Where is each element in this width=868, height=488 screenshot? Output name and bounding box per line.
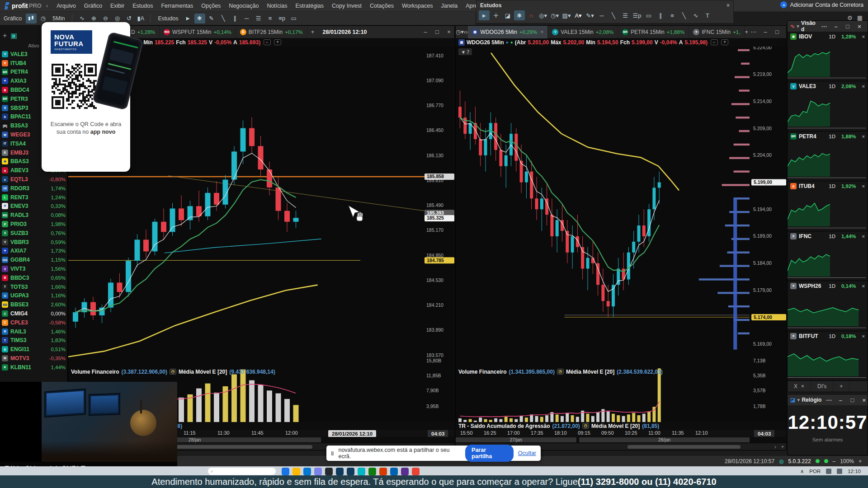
candle-a-icon[interactable]: ▮A xyxy=(135,14,146,23)
overview-item[interactable]: ✦WSPH261D0,14%× xyxy=(788,281,868,331)
chart-tab[interactable]: ✦IFNC 15Min+1, xyxy=(689,26,745,38)
watchlist-row[interactable]: RRAIL31,46% xyxy=(0,327,67,336)
more-icon[interactable]: ⋯ xyxy=(748,27,759,37)
target-icon[interactable]: ◎▾ xyxy=(538,10,548,20)
chart-tab[interactable]: ▤WDOG26 5Min+0,29%× xyxy=(468,26,548,38)
minimize-icon[interactable]: – xyxy=(760,27,771,37)
brush-icon[interactable]: ✎▾ xyxy=(585,10,595,20)
add-icon[interactable]: + xyxy=(274,39,281,45)
close-icon[interactable]: × xyxy=(862,34,865,39)
gear-icon[interactable]: ⚙ xyxy=(847,14,853,21)
collapse-menu-icon[interactable]: ‹ xyxy=(46,2,48,9)
overview-item[interactable]: VVALE31D2,08%× xyxy=(788,81,868,131)
app-icon[interactable] xyxy=(303,468,311,475)
overview-item[interactable]: BRPETR41D1,88%× xyxy=(788,131,868,181)
watchlist-row[interactable]: CCPLE3-0,58% xyxy=(0,318,67,327)
rect-icon[interactable]: ▭ xyxy=(643,10,654,20)
tray-icon[interactable] xyxy=(837,469,842,474)
hlines-icon[interactable]: ☰ xyxy=(253,14,264,23)
line-icon[interactable]: ╲ xyxy=(608,10,619,20)
text-t-icon[interactable]: T xyxy=(702,10,713,20)
close-icon[interactable]: × xyxy=(726,2,730,9)
fib-icon[interactable]: ≡ xyxy=(667,10,678,20)
menu-item-estratégias[interactable]: Estratégias xyxy=(292,0,328,12)
app-icon[interactable] xyxy=(379,468,387,475)
watchlist-row[interactable]: GGGGBR41,15% xyxy=(0,255,67,264)
menu-item-negociação[interactable]: Negociação xyxy=(225,0,263,12)
timeframe-label[interactable]: 1D xyxy=(829,34,835,39)
watchlist-row[interactable]: RDRADL30,08% xyxy=(0,211,67,220)
menu-item-copy-invest[interactable]: Copy Invest xyxy=(328,0,366,12)
language-indicator[interactable]: POR xyxy=(809,469,821,474)
close-icon[interactable]: × xyxy=(859,395,868,405)
cursor-icon[interactable]: ► xyxy=(479,10,490,20)
zoom-out-button[interactable]: – xyxy=(833,458,836,465)
line-icon[interactable]: ╲ xyxy=(218,14,229,23)
timeframe-label[interactable]: 1D xyxy=(829,134,835,139)
close-icon[interactable]: × xyxy=(862,134,865,139)
hlines-icon[interactable]: ☰ xyxy=(620,10,631,20)
pencil-icon[interactable]: ✎ xyxy=(206,14,217,23)
menu-item-estudos[interactable]: Estudos xyxy=(128,0,157,12)
clock-icon[interactable]: ◷ xyxy=(456,27,461,37)
watchlist-row[interactable]: BBBBSE32,60% xyxy=(0,300,67,309)
app-icon[interactable] xyxy=(282,468,289,475)
app-icon[interactable] xyxy=(401,468,409,475)
maximize-icon[interactable]: □ xyxy=(842,21,853,31)
add-broker-button[interactable]: + Adicionar Conta de Corretora xyxy=(780,1,863,8)
overview-item[interactable]: ◉IBOV1D1,28%× xyxy=(788,32,868,81)
watchlist-row[interactable]: TTIMS31,83% xyxy=(0,336,67,345)
close-icon[interactable]: × xyxy=(862,283,865,289)
menu-item-exibir[interactable]: Exibir xyxy=(106,0,128,12)
app-icon[interactable] xyxy=(390,468,398,475)
indicator-type-icon[interactable]: ◷ xyxy=(557,369,564,375)
expand-icon[interactable]: ⌐ xyxy=(711,39,718,45)
chart-canvas[interactable]: ▼ 75.224,005.219,005.214,005.209,005.204… xyxy=(456,47,787,422)
menu-item-gráfico[interactable]: Gráfico xyxy=(80,0,106,12)
menu-item-notícias[interactable]: Notícias xyxy=(263,0,291,12)
eraser-icon[interactable]: ◪ xyxy=(502,10,513,20)
watchlist-row[interactable]: SSUZB30,76% xyxy=(0,229,67,238)
app-icon[interactable] xyxy=(358,468,365,475)
hand-icon[interactable]: ✱ xyxy=(194,14,205,23)
edit-box-icon[interactable]: ▨▾ xyxy=(561,10,572,20)
add-asset-icon[interactable]: + xyxy=(3,32,7,40)
timeframe-label[interactable]: 1D xyxy=(829,183,835,189)
hlines2-icon[interactable]: ≡ xyxy=(265,14,276,23)
zoom-in-button[interactable]: + xyxy=(859,458,862,465)
app-icon[interactable] xyxy=(412,468,420,475)
close-icon[interactable]: × xyxy=(862,84,865,89)
close-icon[interactable]: × xyxy=(862,234,865,239)
trend-icon[interactable]: ╲ xyxy=(679,10,689,20)
app-icon[interactable] xyxy=(292,468,300,475)
add-icon[interactable]: + xyxy=(779,444,786,450)
maximize-icon[interactable]: □ xyxy=(847,395,858,405)
clock-tool-icon[interactable]: ◷▾ xyxy=(549,10,560,20)
watchlist-row[interactable]: BBBDC30,65% xyxy=(0,273,67,282)
watchlist-row[interactable]: rdRDOR31,74% xyxy=(0,184,67,193)
add-tab-icon[interactable]: + xyxy=(307,27,318,37)
candlestick-chart-icon[interactable] xyxy=(26,14,37,23)
taskbar-search[interactable]: ⌕ xyxy=(208,468,276,475)
watchlist-row[interactable]: MMOTV3-0,35% xyxy=(0,354,67,363)
text-a-icon[interactable]: A▾ xyxy=(573,10,584,20)
watchlist-row[interactable]: UUGPA31,16% xyxy=(0,291,67,300)
watchlist-row[interactable]: CCMIG40,00% xyxy=(0,309,67,318)
layout-grid-icon[interactable]: ▦ xyxy=(857,14,863,21)
minimize-icon[interactable]: – xyxy=(835,395,846,405)
overview-item[interactable]: ✦BITFUT1D0,18%× xyxy=(788,331,868,381)
pause-icon[interactable]: ‖ xyxy=(331,450,334,457)
indicator-type-icon[interactable]: ◷ xyxy=(170,369,176,375)
hlines-p-icon[interactable]: ≡p xyxy=(277,14,288,23)
menu-item-workspaces[interactable]: Workspaces xyxy=(398,0,437,12)
close-icon[interactable]: × xyxy=(862,333,865,339)
sidebar-tab[interactable]: X× xyxy=(788,381,811,392)
chart-tab[interactable]: ₿BITF26 15Min+0,17% xyxy=(236,26,307,38)
maximize-icon[interactable]: □ xyxy=(772,27,783,37)
app-icon[interactable] xyxy=(314,468,322,475)
crosshair-icon[interactable]: ✛ xyxy=(491,10,501,20)
stop-sharing-button[interactable]: Parar partilha xyxy=(465,445,514,462)
watchlist-row[interactable]: ✦AXIA71,73% xyxy=(0,247,67,256)
more-icon[interactable]: ⋯ xyxy=(819,21,830,31)
app-icon[interactable] xyxy=(347,468,354,475)
